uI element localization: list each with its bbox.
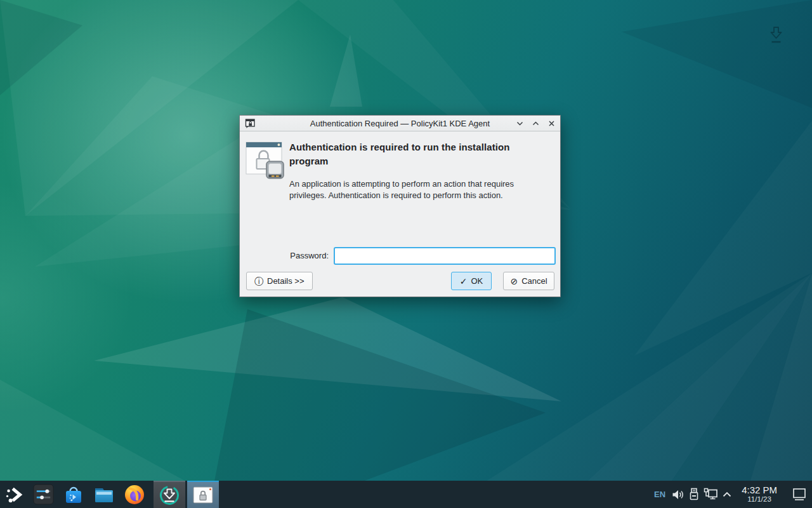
keyboard-layout-indicator[interactable]: EN	[650, 490, 669, 499]
system-tray: EN	[650, 481, 812, 508]
cancel-button[interactable]: ⊘ Cancel	[503, 272, 554, 290]
clock-date: 11/1/23	[742, 495, 777, 503]
dialog-button-row: ⓘ Details >> ✓ OK ⊘ Cancel	[246, 272, 554, 290]
check-icon: ✓	[460, 277, 468, 286]
close-button[interactable]	[546, 118, 556, 128]
details-button-label: Details >>	[267, 276, 304, 286]
volume-button[interactable]	[669, 484, 686, 505]
chevron-up-icon	[721, 489, 733, 500]
system-settings-button[interactable]	[28, 481, 58, 508]
window-controls	[514, 118, 556, 128]
clock-time: 4:32 PM	[742, 485, 777, 495]
dialog-body: Authentication is required to run the in…	[240, 131, 560, 297]
panel-left	[0, 481, 219, 508]
network-button[interactable]	[702, 484, 719, 505]
ok-button-label: OK	[471, 276, 483, 286]
maximize-button[interactable]	[530, 118, 540, 128]
dialog-message: An application is attempting to perform …	[289, 178, 540, 201]
window-padlock-installer-icon	[246, 140, 286, 180]
removable-device-button[interactable]	[686, 484, 702, 505]
usb-device-icon	[688, 487, 700, 502]
polkit-auth-dialog: Authentication Required — PolicyKit1 KDE…	[239, 115, 561, 297]
password-input[interactable]	[334, 247, 556, 265]
authentication-window-icon	[193, 486, 213, 504]
discover-store-button[interactable]	[58, 481, 89, 508]
expand-tray-button[interactable]	[719, 484, 735, 505]
dialog-titlebar[interactable]: Authentication Required — PolicyKit1 KDE…	[240, 116, 560, 131]
discover-store-icon	[63, 484, 84, 505]
task-authentication-window[interactable]	[187, 481, 219, 508]
firefox-button[interactable]	[119, 481, 150, 508]
details-button[interactable]: ⓘ Details >>	[246, 272, 313, 290]
cancel-button-label: Cancel	[521, 276, 547, 286]
download-icon	[769, 25, 784, 44]
firefox-icon	[124, 484, 145, 505]
password-label: Password:	[284, 247, 329, 265]
download-progress-icon	[159, 485, 180, 506]
volume-icon	[671, 488, 684, 502]
dialog-heading: Authentication is required to run the in…	[289, 140, 543, 168]
file-manager-button[interactable]	[89, 481, 119, 508]
file-manager-icon	[93, 485, 115, 505]
task-download-window[interactable]	[154, 481, 185, 508]
network-icon	[703, 487, 719, 502]
digital-clock[interactable]: 4:32 PM 11/1/23	[742, 485, 777, 504]
application-launcher-button[interactable]	[0, 481, 28, 508]
plasma-launcher-icon	[4, 485, 23, 504]
info-icon: ⓘ	[254, 277, 263, 286]
block-icon: ⊘	[510, 277, 518, 286]
minimize-button[interactable]	[514, 118, 525, 128]
show-desktop-icon	[792, 487, 807, 502]
show-desktop-button[interactable]	[790, 482, 809, 507]
desktop: Authentication Required — PolicyKit1 KDE…	[0, 0, 812, 508]
taskbar-panel: EN	[0, 481, 812, 508]
ok-button[interactable]: ✓ OK	[451, 272, 492, 290]
system-settings-icon	[33, 484, 54, 505]
dialog-title: Authentication Required — PolicyKit1 KDE…	[240, 119, 560, 128]
